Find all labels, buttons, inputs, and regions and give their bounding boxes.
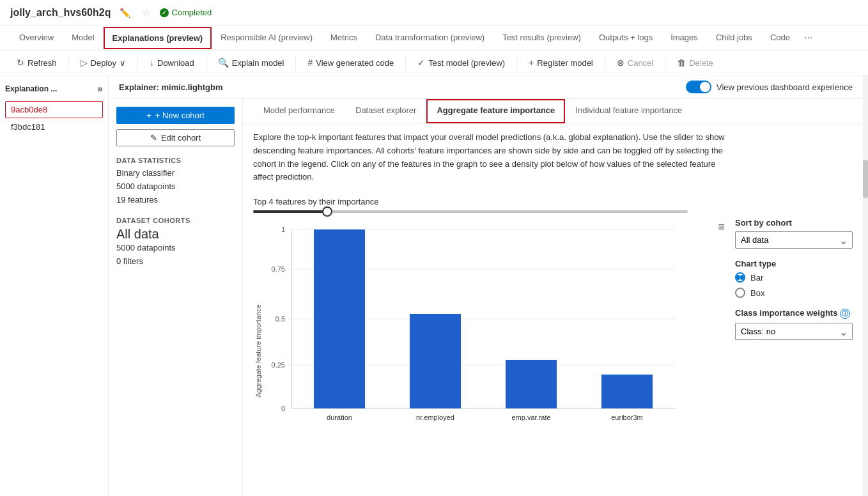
tab-outputs-logs[interactable]: Outputs + logs	[590, 26, 662, 50]
bar-nr-employed[interactable]	[410, 314, 461, 408]
tab-code[interactable]: Code	[761, 26, 799, 50]
new-cohort-label: + New cohort	[155, 111, 205, 120]
chart-type-section: Chart type Bar Box	[735, 259, 853, 298]
refresh-button[interactable]: ↻ Refresh	[10, 54, 63, 71]
cohort-item-f3bdc181[interactable]: f3bdc181	[5, 118, 103, 136]
more-tabs-button[interactable]: ···	[799, 26, 818, 50]
explainer-value: mimic.lightgbm	[161, 82, 222, 92]
tab-data-transformation[interactable]: Data transformation (preview)	[366, 26, 493, 50]
explainer-label-text: Explainer:	[119, 82, 161, 92]
bar-euribor3m[interactable]	[601, 375, 653, 408]
tab-images[interactable]: Images	[662, 26, 707, 50]
expand-sidebar-button[interactable]: »	[97, 83, 103, 95]
data-statistics-title: DATA STATISTICS	[116, 157, 235, 164]
deploy-icon: ▷	[81, 58, 88, 68]
favorite-button[interactable]: ☆	[139, 5, 153, 20]
explain-model-button[interactable]: 🔍 Explain model	[212, 54, 291, 71]
view-code-icon: #	[307, 58, 313, 68]
svg-text:emp.var.rate: emp.var.rate	[511, 414, 550, 421]
scrollbar-thumb[interactable]	[863, 160, 868, 198]
cohort-item-9acb0de8[interactable]: 9acb0de8	[5, 101, 103, 118]
register-model-label: Register model	[537, 58, 593, 68]
sort-by-section: Sort by cohort All data	[735, 218, 853, 249]
slider-fill	[253, 210, 330, 213]
deploy-button[interactable]: ▷ Deploy ∨	[74, 54, 132, 71]
toolbar-separator-5	[405, 55, 406, 70]
new-cohort-button[interactable]: + + New cohort	[116, 107, 235, 124]
bar-chart-container: ≡ 1 0.75	[253, 218, 725, 496]
radio-bar[interactable]: Bar	[735, 272, 853, 283]
sort-by-select[interactable]: All data	[735, 231, 853, 249]
edit-job-name-button[interactable]: ✏️	[117, 6, 133, 19]
cancel-label: Cancel	[628, 58, 653, 68]
chart-description: Explore the top-k important features tha…	[243, 123, 741, 192]
toolbar-separator-7	[605, 55, 605, 70]
tab-metrics[interactable]: Metrics	[322, 26, 366, 50]
test-model-icon: ✓	[417, 58, 425, 68]
test-model-button[interactable]: ✓ Test model (preview)	[411, 54, 511, 71]
dashboard-toggle[interactable]	[686, 81, 711, 93]
toggle-group: View previous dashboard experience	[686, 81, 853, 93]
download-button[interactable]: ↓ Download	[143, 54, 201, 71]
tab-model[interactable]: Model	[63, 26, 103, 50]
tab-test-results[interactable]: Test results (preview)	[493, 26, 590, 50]
cancel-icon: ⊗	[617, 58, 624, 68]
bar-chart-svg: 1 0.75 0.5 0.25 0	[253, 223, 688, 440]
edit-cohort-button[interactable]: ✎ Edit cohort	[116, 129, 235, 146]
edit-cohort-label: Edit cohort	[161, 133, 201, 143]
toolbar-separator-2	[137, 55, 138, 70]
svg-text:1: 1	[281, 226, 285, 233]
sub-tab-aggregate[interactable]: Aggregate feature importance	[426, 99, 565, 123]
cohort-datapoints: 5000 datapoints	[116, 242, 235, 255]
tab-explanations[interactable]: Explanations (preview)	[104, 27, 212, 49]
nav-tabs: Overview Model Explanations (preview) Re…	[0, 26, 868, 50]
new-cohort-plus-icon: +	[146, 111, 151, 120]
explainer-bar: Explainer: mimic.lightgbm View previous …	[109, 75, 863, 99]
view-code-label: View generated code	[316, 58, 394, 68]
class-importance-select[interactable]: Class: no Class: yes	[735, 323, 853, 340]
classifier-type: Binary classifier	[116, 167, 235, 180]
chart-wrapper: ≡ 1 0.75	[243, 218, 863, 496]
slider-container	[253, 210, 853, 213]
active-cohort-name: All data	[116, 227, 235, 242]
register-model-button[interactable]: + Register model	[522, 54, 600, 71]
sub-tab-dataset-explorer[interactable]: Dataset explorer	[345, 99, 426, 123]
register-model-icon: +	[529, 58, 534, 68]
refresh-label: Refresh	[27, 58, 57, 68]
tab-responsible-ai[interactable]: Responsible AI (preview)	[212, 26, 322, 50]
sub-tab-model-performance[interactable]: Model performance	[253, 99, 345, 123]
chart-type-radio-group: Bar Box	[735, 272, 853, 298]
sub-tab-individual[interactable]: Individual feature importance	[565, 99, 692, 123]
explain-model-label: Explain model	[232, 58, 284, 68]
tab-overview[interactable]: Overview	[10, 26, 63, 50]
delete-label: Delete	[689, 58, 713, 68]
scrollbar-track[interactable]	[863, 75, 868, 496]
features-count: 19 features	[116, 194, 235, 207]
bar-emp-var-rate[interactable]	[506, 360, 557, 408]
chart-panel: Model performance Dataset explorer Aggre…	[243, 99, 863, 496]
status-dot	[160, 8, 169, 17]
toolbar-separator-3	[206, 55, 206, 70]
slider-track[interactable]	[253, 210, 688, 213]
cancel-button[interactable]: ⊗ Cancel	[610, 54, 660, 71]
tab-child-jobs[interactable]: Child jobs	[707, 26, 761, 50]
toolbar-separator-4	[295, 55, 296, 70]
refresh-icon: ↻	[17, 58, 24, 68]
sort-by-label: Sort by cohort	[735, 218, 853, 228]
chart-menu-icon[interactable]: ≡	[718, 221, 725, 234]
toolbar-separator-6	[516, 55, 517, 70]
delete-button[interactable]: 🗑 Delete	[670, 54, 720, 71]
radio-bar-label: Bar	[750, 273, 763, 283]
bar-duration[interactable]	[314, 229, 365, 408]
radio-box-label: Box	[750, 288, 764, 298]
view-generated-code-button[interactable]: # View generated code	[301, 54, 400, 71]
slider-thumb[interactable]	[322, 206, 332, 217]
svg-text:0.75: 0.75	[272, 265, 285, 273]
svg-text:duration: duration	[327, 414, 352, 421]
toggle-label: View previous dashboard experience	[717, 82, 853, 92]
class-importance-select-wrapper: Class: no Class: yes	[735, 323, 853, 340]
class-importance-info-icon[interactable]: ⓘ	[840, 309, 850, 319]
svg-text:0: 0	[281, 405, 285, 412]
sub-tabs: Model performance Dataset explorer Aggre…	[243, 99, 863, 123]
radio-box[interactable]: Box	[735, 288, 853, 298]
